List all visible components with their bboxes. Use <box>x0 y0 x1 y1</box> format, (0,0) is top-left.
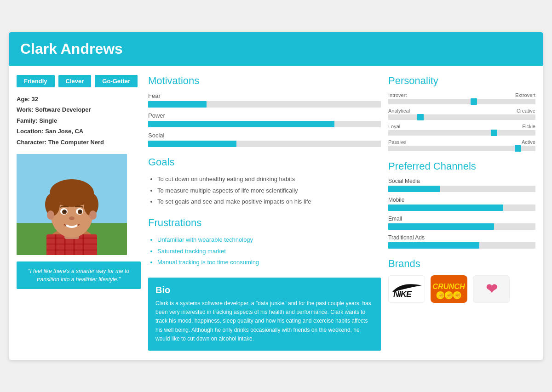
work-label: Work: <box>17 106 34 113</box>
personality-title: Personality <box>388 75 535 87</box>
introvert-marker <box>471 98 477 105</box>
passive-track <box>388 146 535 151</box>
right-column: Personality Introvert Extrovert Analytic… <box>388 75 535 351</box>
svg-text:NIKE: NIKE <box>393 290 412 299</box>
motivations-title: Motivations <box>148 75 381 87</box>
age-label: Age: <box>17 96 30 102</box>
brands-row: NIKE CRUNCH ✊ ✊ ✊ <box>388 275 535 303</box>
fickle-label: Fickle <box>522 124 535 129</box>
loyal-marker <box>491 130 497 136</box>
fear-label: Fear <box>148 92 381 99</box>
left-column: Friendly Clever Go-Getter Age: 32 Work: … <box>17 75 141 351</box>
quote-box: "I feel like there's a smarter way for m… <box>17 261 141 289</box>
social-bar-fill <box>148 141 236 147</box>
active-label: Active <box>522 139 535 145</box>
extrovert-label: Extrovert <box>515 92 535 98</box>
frustrations-title: Frustrations <box>148 217 381 229</box>
nike-logo-svg: NIKE <box>390 278 424 299</box>
svg-text:CRUNCH: CRUNCH <box>432 282 466 290</box>
frustrations-section: Frustrations Unfamiliar with wearable te… <box>148 217 381 268</box>
channel-mobile-label: Mobile <box>388 197 535 203</box>
svg-point-23 <box>80 210 81 212</box>
loyal-label: Loyal <box>388 124 400 129</box>
location-value: San Jose, CA <box>45 128 83 135</box>
personality-labels-1: Analytical Creative <box>388 108 535 114</box>
social-label: Social <box>148 132 381 139</box>
channel-social-bar-bg <box>388 186 535 192</box>
channel-email-label: Email <box>388 216 535 222</box>
fear-bar-bg <box>148 101 381 108</box>
family-value: Single <box>39 117 57 124</box>
goals-section: Goals To cut down on unhealthy eating an… <box>148 156 381 208</box>
avatar-svg <box>17 154 127 255</box>
tags-container: Friendly Clever Go-Getter <box>17 75 141 87</box>
personality-labels-2: Loyal Fickle <box>388 124 535 129</box>
channel-mobile: Mobile <box>388 197 535 211</box>
analytical-track <box>388 114 535 120</box>
avatar-portrait <box>17 154 127 255</box>
personality-row-analytical: Analytical Creative <box>388 108 535 120</box>
persona-card: Clark Andrews Friendly Clever Go-Getter … <box>9 32 543 360</box>
svg-point-24 <box>69 216 75 220</box>
location-label: Location: <box>17 128 44 135</box>
goal-item-2: To set goals and see and make positive i… <box>157 196 381 208</box>
fear-bar-fill <box>148 101 207 108</box>
family-label: Family: <box>17 117 38 124</box>
tag-friendly: Friendly <box>17 75 55 87</box>
quote-text: "I feel like there's a smarter way for m… <box>28 268 129 283</box>
svg-point-22 <box>64 210 66 212</box>
middle-column: Motivations Fear Power Social <box>148 75 381 351</box>
passive-label: Passive <box>388 139 406 145</box>
brand-nike: NIKE <box>388 275 425 303</box>
goals-title: Goals <box>148 156 381 168</box>
personality-row-passive: Passive Active <box>388 139 535 151</box>
crunch-logo-svg: CRUNCH ✊ ✊ ✊ <box>432 276 466 301</box>
brand-crunch: CRUNCH ✊ ✊ ✊ <box>431 275 467 303</box>
character-label: Character: <box>17 139 46 146</box>
channel-email-bar-bg <box>388 223 535 230</box>
heart-icon: ❤ <box>486 281 497 297</box>
channels-title: Preferred Channels <box>388 160 535 172</box>
tag-clever: Clever <box>58 75 92 87</box>
channel-email-bar-fill <box>388 223 494 230</box>
goal-item-0: To cut down on unhealthy eating and drin… <box>157 174 381 185</box>
goals-list: To cut down on unhealthy eating and drin… <box>148 174 381 208</box>
motivation-fear: Fear <box>148 92 381 108</box>
channel-mobile-bar-bg <box>388 205 535 211</box>
motivation-power: Power <box>148 112 381 127</box>
tag-gogetter: Go-Getter <box>95 75 138 87</box>
goal-item-1: To measure multiple aspects of life more… <box>157 185 381 197</box>
channel-trad-bar-fill <box>388 242 479 249</box>
bio-title: Bio <box>155 285 374 295</box>
channel-social-bar-fill <box>388 186 440 192</box>
bio-box: Bio Clark is a systems software develope… <box>148 278 381 351</box>
personality-row-loyal: Loyal Fickle <box>388 124 535 136</box>
brands-title: Brands <box>388 258 535 270</box>
introvert-track <box>388 99 535 104</box>
channel-mobile-bar-fill <box>388 205 503 211</box>
passive-marker <box>515 145 521 152</box>
avatar <box>17 154 127 255</box>
frustration-item-0: Unfamiliar with wearable technology <box>157 234 381 246</box>
analytical-label: Analytical <box>388 108 410 114</box>
channel-trad-ads: Traditional Ads <box>388 234 535 249</box>
creative-label: Creative <box>517 108 535 114</box>
frustration-item-2: Manual tracking is too time consuming <box>157 257 381 268</box>
svg-point-17 <box>89 210 97 220</box>
frustrations-list: Unfamiliar with wearable technology Satu… <box>148 234 381 268</box>
header: Clark Andrews <box>9 32 543 66</box>
channel-trad-bar-bg <box>388 242 535 249</box>
channels-section: Preferred Channels Social Media Mobile E… <box>388 160 535 249</box>
power-bar-bg <box>148 121 381 127</box>
power-bar-fill <box>148 121 334 127</box>
character-value: The Computer Nerd <box>48 139 104 146</box>
motivations-section: Motivations Fear Power Social <box>148 75 381 147</box>
persona-name: Clark Andrews <box>20 40 532 57</box>
introvert-label: Introvert <box>388 92 407 98</box>
frustration-item-1: Saturated tracking market <box>157 246 381 257</box>
power-label: Power <box>148 112 381 119</box>
svg-point-16 <box>47 210 54 220</box>
channel-social-media: Social Media <box>388 178 535 192</box>
motivation-social: Social <box>148 132 381 147</box>
personality-section: Personality Introvert Extrovert Analytic… <box>388 75 535 151</box>
